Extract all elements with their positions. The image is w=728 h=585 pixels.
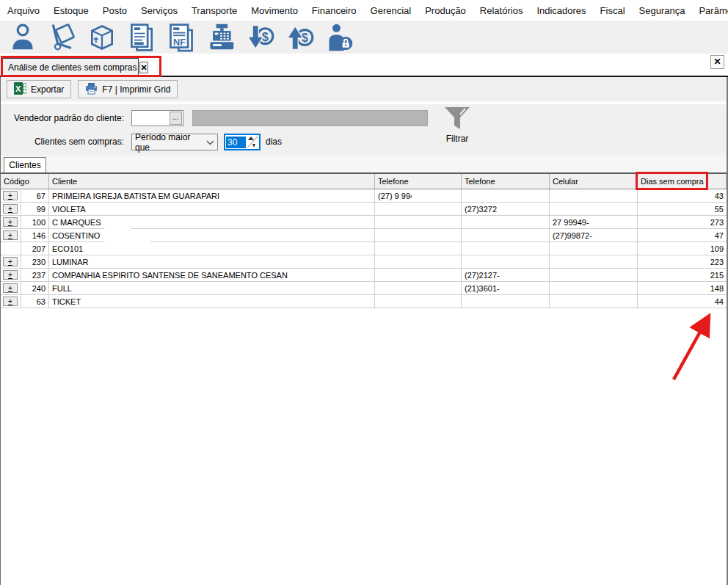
period-label: Clientes sem compras: xyxy=(1,137,124,147)
menu-item-relatórios[interactable]: Relatórios xyxy=(480,5,523,16)
customers-icon[interactable] xyxy=(6,22,40,53)
cell-celular: (27)99872- xyxy=(550,229,638,241)
expand-row-button[interactable]: + xyxy=(3,270,18,280)
svg-text:X: X xyxy=(15,84,21,93)
cell-dias: 43 xyxy=(638,189,727,202)
cell-dias: 273 xyxy=(638,216,727,228)
user-security-icon[interactable] xyxy=(323,22,357,53)
cell-codigo: 63 xyxy=(21,295,49,308)
menu-item-parâmetros[interactable]: Parâmetros xyxy=(699,5,728,16)
vendor-lookup-button[interactable]: ... xyxy=(170,112,182,125)
table-row[interactable]: +67PRIMEIRA IGREJA BATISTA EM GUARAPARI(… xyxy=(1,189,727,203)
table-row[interactable]: +230LUMINAR223 xyxy=(1,255,727,269)
cell-telefone1 xyxy=(375,255,462,268)
cell-dias: 44 xyxy=(638,295,727,308)
column-header-telefone2[interactable]: Telefone xyxy=(462,174,550,189)
order-document-icon[interactable] xyxy=(125,22,159,53)
column-header-cliente[interactable]: Cliente xyxy=(49,174,375,189)
export-button[interactable]: X Exportar xyxy=(7,80,71,98)
expand-cell: + xyxy=(1,295,21,308)
cash-register-icon[interactable] xyxy=(204,22,238,53)
cell-celular xyxy=(550,269,638,281)
cell-codigo: 230 xyxy=(21,255,49,268)
period-operator-value: Período maior que xyxy=(135,132,206,153)
column-header-telefone1[interactable]: Telefone xyxy=(375,174,462,189)
menu-item-indicadores[interactable]: Indicadores xyxy=(536,5,586,16)
cell-codigo: 207 xyxy=(21,242,49,255)
cell-dias: 109 xyxy=(638,242,727,255)
table-row[interactable]: +237COMPANHIA ESPIRITO SANTENSE DE SANEA… xyxy=(1,269,727,282)
print-button-label: F7 | Imprimir Grid xyxy=(102,84,170,95)
filter-button-label: Filtrar xyxy=(437,134,478,144)
annotation-box-tab xyxy=(1,56,161,77)
expand-row-button[interactable]: + xyxy=(3,257,18,266)
menu-item-transporte[interactable]: Transporte xyxy=(192,5,237,16)
tab-clientes[interactable]: Clientes xyxy=(4,157,46,172)
expand-row-button[interactable]: + xyxy=(3,204,18,214)
menu-item-estoque[interactable]: Estoque xyxy=(54,5,89,16)
period-operator-select[interactable]: Período maior que xyxy=(131,134,218,150)
column-header-codigo[interactable]: Código xyxy=(1,174,49,189)
cell-cliente: FULL xyxy=(49,282,375,294)
action-bar: X Exportar F7 | Imprimir Grid xyxy=(1,77,727,103)
menu-item-gerencial[interactable]: Gerencial xyxy=(371,5,412,16)
table-row[interactable]: +63TICKET44 xyxy=(1,295,727,308)
table-row[interactable]: 207ECO101109 xyxy=(1,242,727,255)
filter-panel: Vendedor padrão do cliente: ... Clientes… xyxy=(1,104,727,156)
receivables-money-up-icon[interactable]: $ xyxy=(283,22,317,53)
menu-item-arquivo[interactable]: Arquivo xyxy=(7,5,40,16)
delivery-handtruck-icon[interactable] xyxy=(46,22,79,53)
spinner-buttons[interactable] xyxy=(246,135,259,149)
filter-button[interactable]: Filtrar xyxy=(437,106,478,150)
menu-item-financeiro[interactable]: Financeiro xyxy=(312,5,357,16)
cell-cliente: PRIMEIRA IGREJA BATISTA EM GUARAPARI xyxy=(49,189,375,202)
grid-header-row: Código Cliente Telefone Telefone Celular… xyxy=(1,174,727,189)
cell-telefone2 xyxy=(462,216,550,228)
cell-telefone2 xyxy=(462,295,550,308)
panel-close-button[interactable]: ✕ xyxy=(710,55,724,69)
content-area: X Exportar F7 | Imprimir Grid xyxy=(0,77,728,585)
cell-telefone1 xyxy=(375,295,462,308)
cell-cliente: LUMINAR xyxy=(49,255,375,268)
cell-telefone1 xyxy=(375,282,462,294)
expand-row-button[interactable]: + xyxy=(3,230,18,240)
cell-telefone1 xyxy=(375,229,462,241)
cell-telefone2: (21)3601- xyxy=(462,282,550,294)
expand-row-button[interactable]: + xyxy=(3,191,18,200)
cell-codigo: 237 xyxy=(21,269,49,281)
expand-row-button[interactable]: + xyxy=(3,283,18,293)
expand-cell xyxy=(1,242,21,255)
menu-item-posto[interactable]: Posto xyxy=(103,5,127,16)
product-box-icon[interactable] xyxy=(85,22,119,53)
cell-codigo: 99 xyxy=(21,203,49,215)
expand-row-button[interactable]: + xyxy=(3,217,18,227)
column-header-celular[interactable]: Celular xyxy=(550,174,638,189)
cell-telefone2: (27)3272 xyxy=(462,203,550,215)
redaction-box xyxy=(104,235,150,243)
print-grid-button[interactable]: F7 | Imprimir Grid xyxy=(78,80,178,98)
menu-item-serviços[interactable]: Serviços xyxy=(141,5,178,16)
cell-dias: 55 xyxy=(638,203,727,215)
table-row[interactable]: +99VIOLETA(27)327255 xyxy=(1,203,727,216)
expand-row-button[interactable]: + xyxy=(3,297,18,306)
nf-invoice-icon[interactable]: NF xyxy=(164,22,198,53)
menu-item-segurança[interactable]: Segurança xyxy=(639,5,685,16)
cell-codigo: 146 xyxy=(21,229,49,241)
menu-item-fiscal[interactable]: Fiscal xyxy=(600,5,625,16)
vendor-code-field[interactable]: ... xyxy=(131,110,183,126)
menu-item-movimento[interactable]: Movimento xyxy=(251,5,298,16)
table-row[interactable]: +240FULL(21)3601-148 xyxy=(1,282,727,295)
svg-text:NF: NF xyxy=(173,36,186,47)
cell-telefone1 xyxy=(375,216,462,228)
days-value[interactable]: 30 xyxy=(226,137,246,148)
export-button-label: Exportar xyxy=(31,84,64,95)
cell-celular xyxy=(550,242,638,255)
payables-money-down-icon[interactable]: $ xyxy=(244,22,277,53)
cell-dias: 47 xyxy=(638,229,727,241)
days-spinner[interactable]: 30 xyxy=(224,134,261,150)
cell-cliente: COSENTINO xyxy=(49,229,375,241)
vendor-code-input[interactable] xyxy=(132,111,169,126)
menu-item-produção[interactable]: Produção xyxy=(425,5,466,16)
expand-cell: + xyxy=(1,255,21,268)
expand-cell: + xyxy=(1,229,21,241)
